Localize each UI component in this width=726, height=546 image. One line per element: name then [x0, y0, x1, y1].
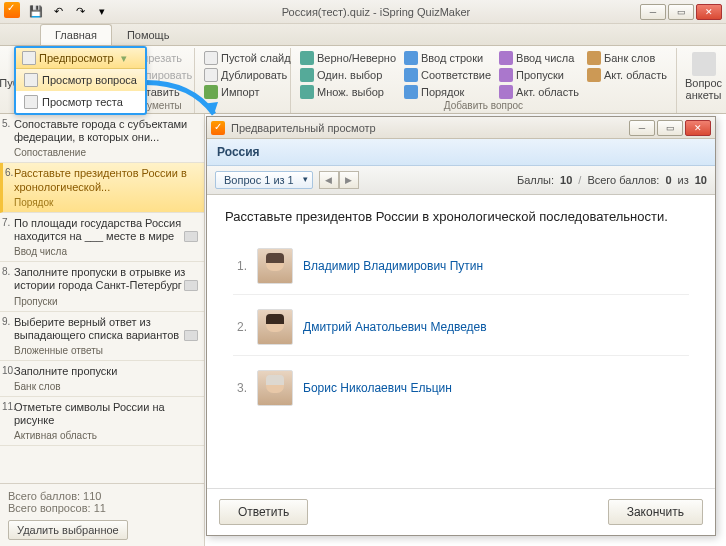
textinput-button[interactable]: Ввод строки [401, 50, 494, 66]
maximize-button[interactable]: ▭ [668, 4, 694, 20]
preview-maximize-button[interactable]: ▭ [657, 120, 683, 136]
quick-access-toolbar: 💾 ↶ ↷ ▾ [4, 2, 112, 22]
question-item[interactable]: 11.Отметьте символы России на рисункеАкт… [0, 397, 204, 446]
q-type: Пропуски [14, 296, 58, 307]
q-type: Порядок [14, 197, 53, 208]
points-value: 10 [560, 174, 572, 186]
preview-dropdown: Предпросмотр▾ Просмотр вопроса Просмотр … [14, 46, 147, 115]
window-title: Россия(тест).quiz - iSpring QuizMaker [112, 6, 640, 18]
answer-item[interactable]: 3.Борис Николаевич Ельцин [233, 366, 689, 416]
question-item[interactable]: 9.Выберите верный ответ из выпадающего с… [0, 312, 204, 361]
import-button[interactable]: Импорт [201, 84, 294, 100]
question-list: 5.Сопоставьте города с субъектами федера… [0, 114, 204, 483]
total-of: из [678, 174, 689, 186]
tab-help[interactable]: Помощь [112, 24, 185, 45]
preview-question-item[interactable]: Просмотр вопроса [16, 69, 145, 91]
survey-icon [692, 52, 716, 76]
preview-titlebar: Предварительный просмотр ─ ▭ ✕ [207, 117, 715, 139]
blank-slide-button[interactable]: Пустой слайд [201, 50, 294, 66]
q-type: Ввод числа [14, 246, 67, 257]
total-questions: Всего вопросов: 11 [8, 502, 196, 514]
preview-close-button[interactable]: ✕ [685, 120, 711, 136]
q-number: 9. [2, 316, 10, 327]
thumb-icon [184, 330, 198, 341]
answer-image [257, 248, 293, 284]
question-item[interactable]: 10.Заполните пропускиБанк слов [0, 361, 204, 397]
match-icon [404, 68, 418, 82]
order-button[interactable]: Порядок [401, 84, 494, 100]
delete-selected-button[interactable]: Удалить выбранное [8, 520, 128, 540]
answer-name: Владимир Владимирович Путин [303, 259, 483, 273]
hotspot-button[interactable]: Акт. область [496, 84, 582, 100]
preview-minimize-button[interactable]: ─ [629, 120, 655, 136]
minimize-button[interactable]: ─ [640, 4, 666, 20]
preview-icon [22, 51, 36, 65]
essay-icon [587, 68, 601, 82]
numinput-button[interactable]: Ввод числа [496, 50, 582, 66]
answer-item[interactable]: 1.Владимир Владимирович Путин [233, 244, 689, 295]
single-icon [300, 68, 314, 82]
q-text: Заполните пропуски [14, 365, 198, 378]
question-item[interactable]: 6.Расставьте президентов России в хронол… [0, 163, 204, 212]
answer-number: 2. [233, 320, 247, 334]
prev-button[interactable]: ◀ [319, 171, 339, 189]
q-text: Отметьте символы России на рисунке [14, 401, 198, 427]
wordbank-icon [587, 51, 601, 65]
qat-more-icon[interactable]: ▾ [92, 2, 112, 22]
preview-window: Предварительный просмотр ─ ▭ ✕ Россия Во… [206, 116, 716, 536]
qat-redo-icon[interactable]: ↷ [70, 2, 90, 22]
points-label: Баллы: [517, 174, 554, 186]
next-button[interactable]: ▶ [339, 171, 359, 189]
preview-test-item[interactable]: Просмотр теста [16, 91, 145, 113]
thumb-icon [184, 280, 198, 291]
preview-t-icon [24, 95, 38, 109]
q-type: Банк слов [14, 381, 61, 392]
dropdown-header[interactable]: Предпросмотр▾ [16, 48, 145, 69]
preview-toolbar: Вопрос 1 из 1 ◀ ▶ Баллы: 10 / Всего балл… [207, 166, 715, 195]
preview-title: Предварительный просмотр [231, 122, 629, 134]
preview-logo-icon [211, 121, 225, 135]
essay-button[interactable]: Акт. область [584, 67, 670, 83]
qat-save-icon[interactable]: 💾 [26, 2, 46, 22]
q-number: 11. [2, 401, 16, 412]
answer-name: Борис Николаевич Ельцин [303, 381, 452, 395]
question-item[interactable]: 8.Заполните пропуски в отрывке из истори… [0, 262, 204, 311]
total-max: 10 [695, 174, 707, 186]
q-number: 7. [2, 217, 10, 228]
single-button[interactable]: Один. выбор [297, 67, 399, 83]
q-number: 6. [5, 167, 13, 178]
group-addq-label: Добавить вопрос [297, 100, 670, 111]
preview-q-icon [24, 73, 38, 87]
titlebar: 💾 ↶ ↷ ▾ Россия(тест).quiz - iSpring Quiz… [0, 0, 726, 24]
q-type: Вложенные ответы [14, 345, 103, 356]
close-button[interactable]: ✕ [696, 4, 722, 20]
truefalse-button[interactable]: Верно/Неверно [297, 50, 399, 66]
question-item[interactable]: 5.Сопоставьте города с субъектами федера… [0, 114, 204, 163]
finish-button[interactable]: Закончить [608, 499, 703, 525]
ribbon-tabs: Главная Помощь [0, 24, 726, 46]
q-number: 8. [2, 266, 10, 277]
submit-button[interactable]: Ответить [219, 499, 308, 525]
question-sidebar: 5.Сопоставьте города с субъектами федера… [0, 114, 205, 546]
survey-button[interactable]: Вопрос анкеты [683, 50, 724, 103]
question-item[interactable]: 7.По площади государства Россия находитс… [0, 213, 204, 262]
match-button[interactable]: Соответствие [401, 67, 494, 83]
multi-button[interactable]: Множ. выбор [297, 84, 399, 100]
total-points-label: Всего баллов: [587, 174, 659, 186]
question-text: Расставьте президентов России в хронолог… [225, 209, 697, 224]
wordbank-button[interactable]: Банк слов [584, 50, 670, 66]
blank-icon [204, 51, 218, 65]
thumb-icon [184, 231, 198, 242]
text-icon [404, 51, 418, 65]
question-selector[interactable]: Вопрос 1 из 1 [215, 171, 313, 189]
tab-main[interactable]: Главная [40, 24, 112, 45]
answer-image [257, 370, 293, 406]
gaps-button[interactable]: Пропуски [496, 67, 582, 83]
answer-item[interactable]: 2.Дмитрий Анатольевич Медведев [233, 305, 689, 356]
qat-undo-icon[interactable]: ↶ [48, 2, 68, 22]
q-number: 5. [2, 118, 10, 129]
answer-number: 1. [233, 259, 247, 273]
answer-name: Дмитрий Анатольевич Медведев [303, 320, 487, 334]
multi-icon [300, 85, 314, 99]
duplicate-button[interactable]: Дублировать [201, 67, 294, 83]
